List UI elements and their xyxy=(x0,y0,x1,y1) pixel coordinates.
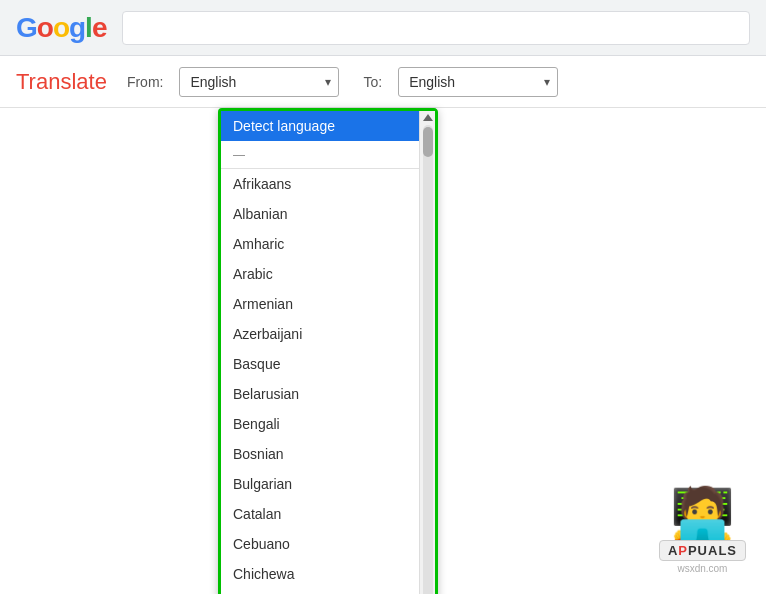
scrollbar-thumb[interactable] xyxy=(423,127,433,157)
appuals-character: 🧑‍💻 xyxy=(670,488,735,540)
dropdown-item-detect[interactable]: Detect language xyxy=(221,111,419,141)
scrollbar-up-icon[interactable] xyxy=(423,114,433,121)
dropdown-item-belarusian[interactable]: Belarusian xyxy=(221,379,419,409)
dropdown-item-separator: — xyxy=(221,141,419,169)
to-language-wrapper[interactable]: English ▾ xyxy=(398,67,558,97)
dropdown-item-cebuano[interactable]: Cebuano xyxy=(221,529,419,559)
scrollbar-track[interactable] xyxy=(423,125,433,594)
dropdown-item-catalan[interactable]: Catalan xyxy=(221,499,419,529)
appuals-badge: APPUALS xyxy=(659,540,746,561)
to-label: To: xyxy=(363,74,382,90)
main-area: Detect language — Afrikaans Albanian Amh… xyxy=(0,108,766,594)
google-logo: Google xyxy=(16,12,106,44)
language-dropdown[interactable]: Detect language — Afrikaans Albanian Amh… xyxy=(218,108,438,594)
dropdown-item-bulgarian[interactable]: Bulgarian xyxy=(221,469,419,499)
from-language-select[interactable]: English xyxy=(179,67,339,97)
dropdown-item-albanian[interactable]: Albanian xyxy=(221,199,419,229)
dropdown-item-amharic[interactable]: Amharic xyxy=(221,229,419,259)
header-search-input[interactable] xyxy=(122,11,750,45)
dropdown-item-armenian[interactable]: Armenian xyxy=(221,289,419,319)
to-language-select[interactable]: English xyxy=(398,67,558,97)
dropdown-outer: Detect language — Afrikaans Albanian Amh… xyxy=(221,111,435,594)
toolbar: Translate From: English ▾ To: English ▾ xyxy=(0,56,766,108)
header: Google xyxy=(0,0,766,56)
watermark: 🧑‍💻 APPUALS wsxdn.com xyxy=(659,488,746,574)
dropdown-item-azerbaijani[interactable]: Azerbaijani xyxy=(221,319,419,349)
translate-label: Translate xyxy=(16,69,107,95)
dropdown-item-afrikaans[interactable]: Afrikaans xyxy=(221,169,419,199)
dropdown-item-basque[interactable]: Basque xyxy=(221,349,419,379)
dropdown-item-chinese[interactable]: Chinese xyxy=(221,589,419,594)
dropdown-item-arabic[interactable]: Arabic xyxy=(221,259,419,289)
dropdown-item-chichewa[interactable]: Chichewa xyxy=(221,559,419,589)
dropdown-item-bengali[interactable]: Bengali xyxy=(221,409,419,439)
dropdown-scrollbar[interactable] xyxy=(419,111,435,594)
dropdown-item-bosnian[interactable]: Bosnian xyxy=(221,439,419,469)
watermark-site: wsxdn.com xyxy=(677,563,727,574)
from-label: From: xyxy=(127,74,164,90)
dropdown-items-col: Detect language — Afrikaans Albanian Amh… xyxy=(221,111,419,594)
from-language-wrapper[interactable]: English ▾ xyxy=(179,67,339,97)
